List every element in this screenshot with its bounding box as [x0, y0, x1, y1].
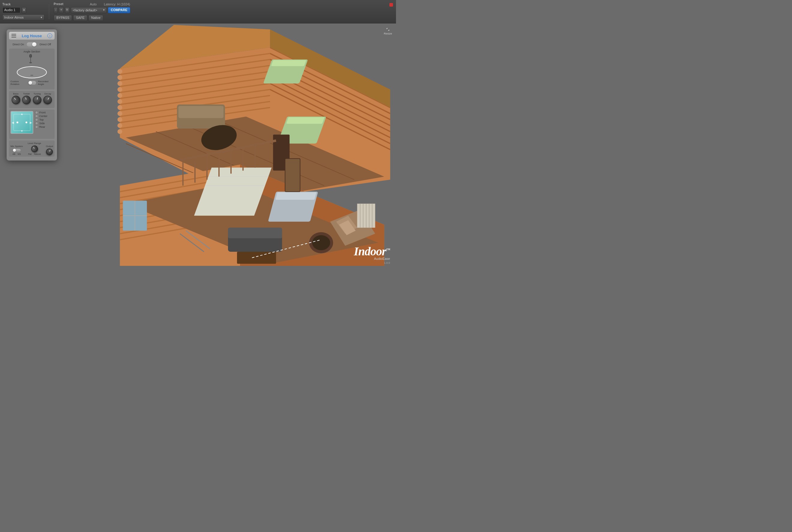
direct-toggle-row: Direct On Direct Off	[9, 42, 55, 47]
speaker-option-center[interactable]: Center	[35, 115, 47, 118]
separator-1	[49, 4, 49, 19]
output-knob[interactable]	[45, 148, 54, 156]
level-sub-row: Flat Natural	[28, 153, 41, 155]
knobs-row: Bass Treble Tuning Decay	[11, 92, 53, 104]
track-name-input[interactable]: Audio 1	[2, 7, 20, 13]
custom-rotation-label: Custom Rotation	[11, 80, 26, 86]
preset-copy-btn[interactable]: ⎘	[65, 7, 70, 13]
knobs-section: Bass Treble Tuning Decay	[9, 91, 55, 108]
svg-rect-30	[286, 117, 325, 124]
compare-button[interactable]: COMPARE	[108, 7, 130, 13]
preset-dropdown[interactable]: <factory default> ▼	[71, 7, 107, 13]
svg-point-83	[118, 81, 122, 86]
mic-sub-row: AB MS	[13, 153, 21, 155]
svg-point-90	[118, 123, 122, 128]
track-id-btn[interactable]: a	[22, 7, 26, 13]
rotation-row: Custom Rotation Recorded Angle	[11, 80, 53, 86]
speaker-arrow-bottom-icon: ▼	[20, 129, 23, 133]
plugin-panel: Log House i Direct On Direct Off Angle S…	[6, 30, 57, 160]
svg-rect-55	[228, 228, 282, 238]
preset-label: Preset	[54, 2, 63, 6]
bass-label: Bass	[13, 92, 19, 95]
level-range-label: Level Range	[27, 142, 41, 145]
house-illustration	[60, 23, 396, 266]
mic-ab-label: AB	[13, 153, 15, 155]
mic-system-group: Mic System AB MS	[11, 145, 23, 155]
resize-button[interactable]: Resize	[384, 28, 391, 35]
mic-toggle[interactable]	[13, 149, 21, 152]
mic-head	[30, 54, 32, 57]
rotation-toggle[interactable]	[28, 81, 36, 85]
angle-display	[14, 54, 50, 78]
resize-label: Resize	[384, 32, 392, 35]
close-button[interactable]	[389, 3, 393, 6]
panel-menu-icon[interactable]	[12, 34, 16, 38]
svg-rect-28	[271, 60, 306, 66]
radio-front	[35, 111, 38, 114]
svg-point-89	[118, 117, 122, 122]
panel-title: Log House	[16, 34, 47, 38]
tuning-knob[interactable]	[33, 95, 42, 105]
level-range-group: Level Range Flat Natural	[27, 142, 41, 155]
decay-knob-group: Decay	[43, 92, 52, 104]
rotation-toggle-knob	[28, 81, 32, 84]
speaker-option-front[interactable]: Front	[35, 111, 47, 114]
bottom-controls: Mic System AB MS Level Range Flat N	[9, 140, 55, 157]
speaker-viz[interactable]: ◀ ▶ ▲ ▼	[11, 111, 33, 134]
svg-point-87	[118, 105, 122, 110]
output-label: Output	[46, 145, 53, 148]
svg-rect-53	[275, 192, 316, 200]
indoor-logo: Indoor™ AudioEase	[354, 245, 390, 261]
speaker-option-rear[interactable]: Rear	[35, 126, 47, 129]
svg-point-58	[312, 235, 330, 250]
preset-add-btn[interactable]: +	[59, 7, 64, 13]
radio-center-label: Center	[39, 115, 47, 118]
track-label: Track	[2, 3, 44, 6]
speaker-arrow-top-icon: ▲	[20, 112, 23, 115]
level-flat-label: Flat	[28, 153, 32, 155]
treble-knob[interactable]	[21, 95, 32, 105]
direct-toggle[interactable]	[26, 42, 37, 47]
angle-ellipse[interactable]	[17, 66, 47, 78]
bottom-section: Mic System AB MS Level Range Flat N	[11, 142, 53, 155]
speaker-viz-container: ◀ ▶ ▲ ▼	[11, 111, 33, 135]
plugin-dropdown[interactable]: Indoor Atmos ▼	[2, 14, 44, 20]
speaker-option-top[interactable]: Top	[35, 118, 47, 121]
radio-rear	[35, 126, 38, 129]
speaker-options: Front Center Top Side	[35, 111, 47, 135]
treble-knob-group: Treble	[22, 92, 31, 104]
latency-label: Latency: H (1024)	[104, 2, 130, 6]
preset-prev-btn[interactable]: -	[54, 7, 58, 13]
svg-rect-56	[237, 252, 276, 264]
svg-point-86	[118, 99, 122, 104]
decay-label: Decay	[44, 92, 51, 95]
radio-rear-label: Rear	[39, 126, 45, 129]
svg-point-88	[118, 111, 122, 116]
auto-label: Auto	[90, 2, 97, 6]
top-bar: Track Audio 1 a Indoor Atmos ▼ Preset Au…	[0, 0, 396, 23]
logo-tm: ™	[386, 248, 390, 252]
bass-knob[interactable]	[10, 94, 22, 106]
mic-ms-label: MS	[18, 153, 21, 155]
svg-point-85	[118, 93, 122, 98]
mid-section: ◀ ▶ ▲ ▼ Front Center	[11, 111, 53, 135]
bypass-button[interactable]: BYPASS	[54, 15, 72, 21]
native-button[interactable]: Native	[89, 15, 103, 21]
radio-front-label: Front	[39, 111, 45, 114]
speaker-section: ◀ ▶ ▲ ▼ Front Center	[9, 110, 55, 139]
svg-point-84	[118, 87, 122, 92]
speaker-option-side[interactable]: Side	[35, 122, 47, 125]
svg-line-95	[388, 30, 389, 31]
speaker-arrow-right-icon: ▶	[30, 121, 32, 124]
decay-knob[interactable]	[42, 94, 53, 106]
direct-on-label: Direct On	[13, 43, 24, 46]
svg-point-82	[118, 75, 122, 80]
direct-toggle-knob	[32, 42, 36, 46]
level-range-knob[interactable]	[30, 144, 39, 153]
recorded-angle-label: Recorded Angle	[38, 80, 53, 86]
treble-label: Treble	[23, 92, 30, 95]
angle-section: Angle Section Custom Rotation Recorded A…	[9, 49, 55, 90]
mic-base	[30, 62, 32, 63]
panel-info-icon[interactable]: i	[47, 33, 52, 38]
safe-button[interactable]: SAFE	[73, 15, 87, 21]
